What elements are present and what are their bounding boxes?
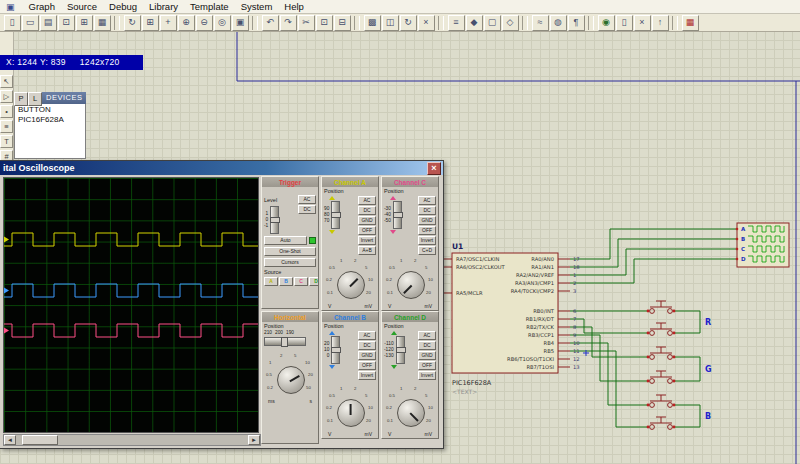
channel-position-slider[interactable] xyxy=(331,336,340,364)
grid-toggle-icon[interactable]: ⊞ xyxy=(142,15,159,31)
push-buttons[interactable] xyxy=(647,301,676,429)
block-delete-icon[interactable]: × xyxy=(418,15,435,31)
off-button[interactable]: OFF xyxy=(418,361,436,370)
horizontal-position-slider[interactable] xyxy=(264,337,306,346)
invert-button[interactable]: Invert xyxy=(358,236,376,245)
scope-title-bar[interactable]: ital Oscilloscope × xyxy=(0,161,443,175)
scope-scrollbar[interactable]: ◄ ► xyxy=(3,434,261,446)
invert-button[interactable]: Invert xyxy=(358,371,376,380)
off-button[interactable]: OFF xyxy=(358,361,376,370)
wire[interactable] xyxy=(570,335,649,381)
gnd-button[interactable]: GND xyxy=(358,351,376,360)
origin-icon[interactable]: + xyxy=(160,15,177,31)
invert-button[interactable]: Invert xyxy=(418,371,436,380)
push-button[interactable] xyxy=(647,371,676,383)
position-up-arrow[interactable] xyxy=(390,196,396,200)
zoom-area-icon[interactable]: ▣ xyxy=(232,15,249,31)
wire[interactable] xyxy=(570,319,649,333)
push-button[interactable] xyxy=(647,417,676,429)
position-down-arrow[interactable] xyxy=(391,365,397,369)
channel-position-slider[interactable] xyxy=(331,201,340,229)
source-d-button[interactable]: D xyxy=(309,277,319,286)
property-assignment-icon[interactable]: ¶ xyxy=(568,15,585,31)
trigger-level-slider[interactable] xyxy=(270,206,279,234)
zoom-in-icon[interactable]: ⊕ xyxy=(178,15,195,31)
source-c-button[interactable]: C xyxy=(294,277,308,286)
wire-autorouter-icon[interactable]: ≈ xyxy=(532,15,549,31)
pick-parts-button[interactable]: P xyxy=(14,92,28,106)
sum-button[interactable]: A+B xyxy=(358,246,376,255)
component-mode-icon[interactable]: ▷ xyxy=(0,90,13,103)
wire[interactable] xyxy=(673,405,700,427)
position-down-arrow[interactable] xyxy=(329,230,335,234)
menu-item[interactable]: Source xyxy=(61,1,103,12)
wires[interactable] xyxy=(570,229,737,427)
dc-button[interactable]: DC xyxy=(418,206,436,215)
invert-button[interactable]: Invert xyxy=(418,236,436,245)
menu-item[interactable]: System xyxy=(235,1,279,12)
dc-button[interactable]: DC xyxy=(358,341,376,350)
push-button[interactable] xyxy=(647,347,676,359)
goto-parent-sheet-icon[interactable]: ↑ xyxy=(652,15,669,31)
zoom-out-icon[interactable]: ⊖ xyxy=(196,15,213,31)
block-move-icon[interactable]: ◫ xyxy=(382,15,399,31)
selection-mode-icon[interactable]: ↖ xyxy=(0,75,13,88)
new-sheet-icon[interactable]: ▯ xyxy=(616,15,633,31)
channel-position-slider[interactable] xyxy=(396,336,405,364)
undo-icon[interactable]: ↶ xyxy=(262,15,279,31)
vdiv-knob[interactable]: 0.1 0.2 0.5 1 2 5 10 20 V mV xyxy=(386,385,434,437)
export-section-icon[interactable]: ⊞ xyxy=(76,15,93,31)
remove-sheet-icon[interactable]: × xyxy=(634,15,651,31)
make-device-icon[interactable]: ◆ xyxy=(466,15,483,31)
wire[interactable] xyxy=(570,351,649,427)
copy-icon[interactable]: ⊡ xyxy=(316,15,333,31)
block-copy-icon[interactable]: ▩ xyxy=(364,15,381,31)
auto-button[interactable]: Auto xyxy=(264,236,307,245)
scroll-thumb[interactable] xyxy=(22,435,58,445)
menu-item[interactable]: Help xyxy=(278,1,310,12)
vdiv-knob[interactable]: 0.1 0.2 0.5 1 2 5 10 20 V mV xyxy=(326,257,374,309)
vdiv-knob[interactable]: 0.1 0.2 0.5 1 2 5 10 20 V mV xyxy=(326,385,374,437)
position-up-arrow[interactable] xyxy=(329,331,335,335)
wire[interactable] xyxy=(570,229,737,259)
timebase-knob[interactable]: 0.2 0.5 1 2 5 10 20 50 ms s xyxy=(266,352,314,404)
menu-item[interactable]: Debug xyxy=(103,1,143,12)
menu-item[interactable]: Graph xyxy=(23,1,61,12)
scroll-right-icon[interactable]: ► xyxy=(248,435,260,445)
position-up-arrow[interactable] xyxy=(329,196,335,200)
block-rotate-icon[interactable]: ↻ xyxy=(400,15,417,31)
push-button[interactable] xyxy=(647,301,676,313)
one-shot-button[interactable]: One-Shot xyxy=(264,247,316,256)
off-button[interactable]: OFF xyxy=(418,226,436,235)
wire[interactable] xyxy=(570,343,649,405)
trigger-ac-button[interactable]: AC xyxy=(298,195,316,204)
push-button[interactable] xyxy=(647,395,676,407)
wire[interactable] xyxy=(673,357,700,381)
vdiv-knob[interactable]: 0.1 0.2 0.5 1 2 5 10 20 V mV xyxy=(386,257,434,309)
library-button[interactable]: L xyxy=(28,92,42,106)
print-icon[interactable]: ▦ xyxy=(94,15,111,31)
sum-button[interactable]: C+D xyxy=(418,246,436,255)
save-design-icon[interactable]: ▤ xyxy=(40,15,57,31)
paste-icon[interactable]: ⊟ xyxy=(334,15,351,31)
menu-item[interactable]: Library xyxy=(143,1,184,12)
pick-device-icon[interactable]: ≡ xyxy=(448,15,465,31)
netlist-to-ares-icon[interactable]: ▦ xyxy=(682,15,699,31)
position-up-arrow[interactable] xyxy=(391,331,397,335)
wire[interactable] xyxy=(570,249,737,275)
trigger-dc-button[interactable]: DC xyxy=(298,205,316,214)
dc-button[interactable]: DC xyxy=(418,341,436,350)
close-icon[interactable]: × xyxy=(427,162,441,175)
off-button[interactable]: OFF xyxy=(358,226,376,235)
wire[interactable] xyxy=(570,327,649,357)
position-down-arrow[interactable] xyxy=(329,365,335,369)
wire[interactable] xyxy=(570,239,737,267)
ac-button[interactable]: AC xyxy=(358,331,376,340)
decompose-icon[interactable]: ◇ xyxy=(502,15,519,31)
ac-button[interactable]: AC xyxy=(358,196,376,205)
design-explorer-icon[interactable]: ◉ xyxy=(598,15,615,31)
gnd-button[interactable]: GND xyxy=(418,351,436,360)
open-design-icon[interactable]: ▭ xyxy=(22,15,39,31)
channel-position-slider[interactable] xyxy=(393,201,402,229)
ac-button[interactable]: AC xyxy=(418,196,436,205)
